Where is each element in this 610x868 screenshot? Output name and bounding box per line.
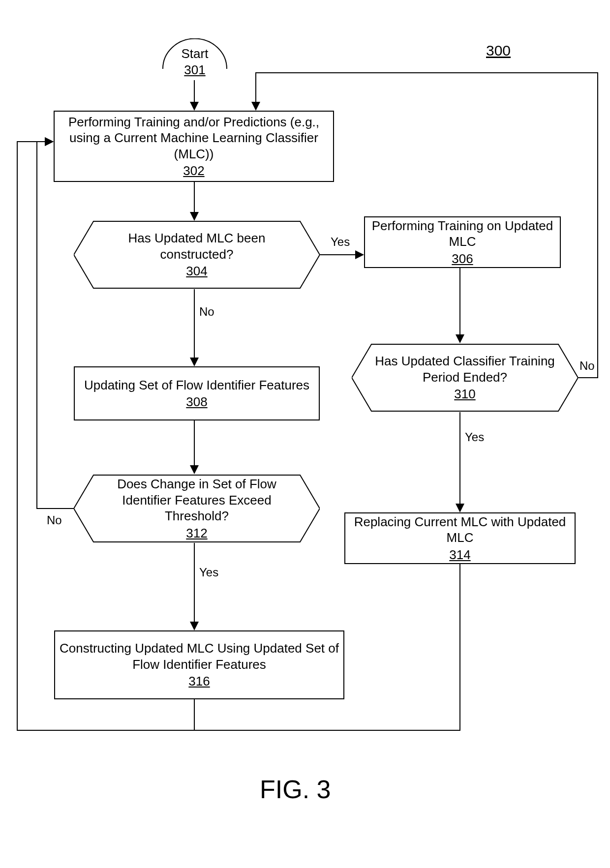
process-306: Performing Training on Updated MLC 306 [364, 216, 561, 268]
process-314-ref: 314 [449, 547, 470, 563]
decision-310-ref: 310 [454, 386, 475, 402]
process-302: Performing Training and/or Predictions (… [54, 111, 334, 182]
decision-310: Has Updated Classifier Training Period E… [352, 343, 578, 412]
process-302-label: Performing Training and/or Predictions (… [55, 114, 333, 162]
decision-312-label: Does Change in Set of Flow Identifier Fe… [74, 476, 320, 524]
start-terminator: Start 301 [155, 38, 234, 80]
process-316: Constructing Updated MLC Using Updated S… [54, 630, 344, 699]
decision-304-label: Has Updated MLC been constructed? [74, 230, 320, 262]
decision-304: Has Updated MLC been constructed? 304 [74, 220, 320, 289]
process-308-label: Updating Set of Flow Identifier Features [81, 377, 312, 393]
process-302-ref: 302 [183, 163, 204, 179]
page-reference: 300 [486, 42, 511, 59]
figure-caption: FIG. 3 [260, 775, 331, 804]
process-316-ref: 316 [188, 673, 210, 689]
process-308-ref: 308 [186, 394, 207, 410]
decision-310-label: Has Updated Classifier Training Period E… [352, 353, 578, 385]
process-314: Replacing Current MLC with Updated MLC 3… [344, 512, 576, 564]
edge-label-310-yes: Yes [465, 430, 484, 444]
start-label: Start [182, 46, 209, 62]
edge-label-312-yes: Yes [199, 566, 218, 579]
process-306-label: Performing Training on Updated MLC [365, 218, 560, 250]
start-ref: 301 [184, 62, 205, 78]
edge-label-310-no: No [580, 359, 595, 373]
decision-312-ref: 312 [186, 525, 207, 541]
process-314-label: Replacing Current MLC with Updated MLC [345, 514, 575, 546]
decision-312: Does Change in Set of Flow Identifier Fe… [74, 474, 320, 543]
process-316-label: Constructing Updated MLC Using Updated S… [55, 640, 343, 672]
process-308: Updating Set of Flow Identifier Features… [74, 366, 320, 420]
edge-label-304-no: No [199, 305, 214, 319]
edge-label-304-yes: Yes [331, 235, 350, 249]
process-306-ref: 306 [452, 251, 473, 267]
edge-label-312-no: No [47, 513, 62, 527]
decision-304-ref: 304 [186, 263, 207, 279]
